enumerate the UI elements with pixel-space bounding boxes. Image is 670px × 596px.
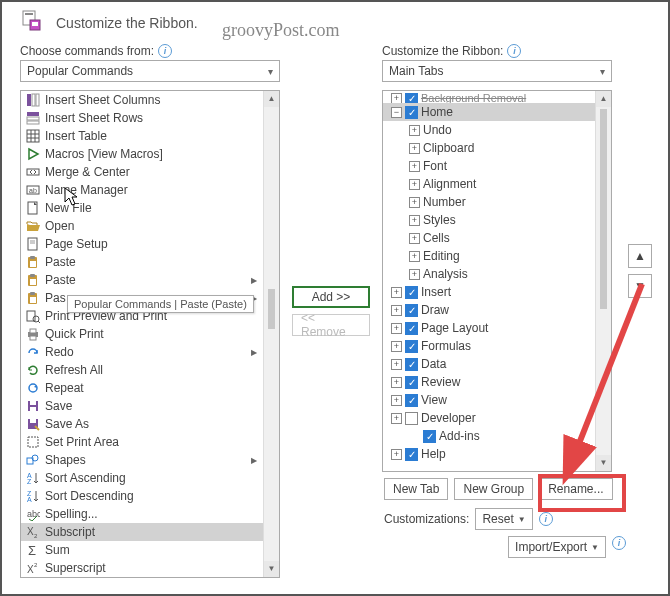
expand-icon[interactable]: + (409, 215, 420, 226)
command-item[interactable]: Paste (21, 253, 263, 271)
command-item[interactable]: Save As (21, 415, 263, 433)
customize-ribbon-combo[interactable]: Main Tabs ▾ (382, 60, 612, 82)
tree-node[interactable]: ✓Add-ins (383, 427, 595, 445)
tree-node[interactable]: +Cells (383, 229, 595, 247)
checkbox[interactable]: ✓ (405, 304, 418, 317)
command-item[interactable]: Open (21, 217, 263, 235)
scrollbar[interactable]: ▲ ▼ (595, 91, 611, 471)
expand-icon[interactable]: + (391, 323, 402, 334)
command-item[interactable]: New File (21, 199, 263, 217)
info-icon[interactable]: i (158, 44, 172, 58)
tree-node[interactable]: −✓Home (383, 103, 595, 121)
tree-node[interactable]: +✓Review (383, 373, 595, 391)
move-up-button[interactable]: ▲ (628, 244, 652, 268)
command-item[interactable]: X2Superscript (21, 559, 263, 577)
checkbox[interactable]: ✓ (405, 340, 418, 353)
new-group-button[interactable]: New Group (454, 478, 533, 500)
expand-icon[interactable]: + (391, 449, 402, 460)
expand-icon[interactable]: + (391, 377, 402, 388)
command-item[interactable]: Save (21, 397, 263, 415)
info-icon[interactable]: i (539, 512, 553, 526)
checkbox[interactable]: ✓ (405, 448, 418, 461)
tree-node[interactable]: +✓Insert (383, 283, 595, 301)
command-item[interactable]: ΣSum (21, 541, 263, 559)
checkbox[interactable]: ✓ (405, 358, 418, 371)
command-item[interactable]: Repeat (21, 379, 263, 397)
checkbox[interactable]: ✓ (405, 376, 418, 389)
scroll-down-icon[interactable]: ▼ (264, 561, 279, 577)
reset-dropdown[interactable]: Reset▼ (475, 508, 532, 530)
command-item[interactable]: Redo▶ (21, 343, 263, 361)
add-button[interactable]: Add >> (292, 286, 370, 308)
expand-icon[interactable]: + (409, 143, 420, 154)
expand-icon[interactable]: + (391, 359, 402, 370)
commands-listbox[interactable]: Insert Sheet ColumnsInsert Sheet RowsIns… (20, 90, 280, 578)
command-item[interactable]: X2Subscript (21, 523, 263, 541)
info-icon[interactable]: i (612, 536, 626, 550)
command-item[interactable]: Quick Print (21, 325, 263, 343)
tree-node[interactable]: +Analysis (383, 265, 595, 283)
chevron-down-icon: ▼ (591, 543, 599, 552)
import-export-dropdown[interactable]: Import/Export▼ (508, 536, 606, 558)
tree-node[interactable]: +✓Data (383, 355, 595, 373)
expand-icon[interactable]: + (409, 125, 420, 136)
ribbon-tree[interactable]: +✓Background Removal−✓Home+Undo+Clipboar… (382, 90, 612, 472)
checkbox[interactable]: ✓ (405, 394, 418, 407)
command-item[interactable]: AZSort Ascending (21, 469, 263, 487)
tree-node[interactable]: +✓Background Removal (383, 93, 595, 103)
expand-icon[interactable]: + (391, 341, 402, 352)
tree-node[interactable]: +Undo (383, 121, 595, 139)
command-item[interactable]: Refresh All (21, 361, 263, 379)
command-item[interactable]: Merge & Center (21, 163, 263, 181)
checkbox[interactable]: ✓ (423, 430, 436, 443)
checkbox[interactable]: ✓ (405, 322, 418, 335)
rename-button[interactable]: Rename... (539, 478, 612, 500)
new-tab-button[interactable]: New Tab (384, 478, 448, 500)
expand-icon[interactable]: + (409, 161, 420, 172)
expand-icon[interactable]: + (391, 395, 402, 406)
expand-icon[interactable]: + (409, 179, 420, 190)
tree-node[interactable]: +✓Draw (383, 301, 595, 319)
tree-node[interactable]: +Font (383, 157, 595, 175)
tree-node[interactable]: +Clipboard (383, 139, 595, 157)
tree-node[interactable]: +Alignment (383, 175, 595, 193)
tree-node[interactable]: +Developer (383, 409, 595, 427)
tree-node[interactable]: +Editing (383, 247, 595, 265)
scrollbar[interactable]: ▲ ▼ (263, 91, 279, 577)
expand-icon[interactable]: + (409, 197, 420, 208)
checkbox[interactable]: ✓ (405, 106, 418, 119)
command-item[interactable]: abcSpelling... (21, 505, 263, 523)
command-item[interactable]: Paste▶ (21, 271, 263, 289)
expand-icon[interactable]: + (409, 251, 420, 262)
command-item[interactable]: Macros [View Macros] (21, 145, 263, 163)
command-item[interactable]: Set Print Area (21, 433, 263, 451)
tree-node[interactable]: +Number (383, 193, 595, 211)
command-item[interactable]: Insert Sheet Columns (21, 91, 263, 109)
choose-commands-combo[interactable]: Popular Commands ▾ (20, 60, 280, 82)
tree-node[interactable]: +✓Help (383, 445, 595, 463)
expand-icon[interactable]: + (409, 233, 420, 244)
scroll-down-icon[interactable]: ▼ (596, 455, 611, 471)
tree-node[interactable]: +Styles (383, 211, 595, 229)
checkbox[interactable] (405, 412, 418, 425)
expand-icon[interactable]: + (391, 413, 402, 424)
expand-icon[interactable]: + (391, 287, 402, 298)
tree-node[interactable]: +✓Page Layout (383, 319, 595, 337)
expand-icon[interactable]: + (391, 305, 402, 316)
tree-node[interactable]: +✓Formulas (383, 337, 595, 355)
expand-icon[interactable]: + (409, 269, 420, 280)
command-item[interactable]: Page Setup (21, 235, 263, 253)
info-icon[interactable]: i (507, 44, 521, 58)
tree-label: Draw (421, 303, 449, 317)
command-item[interactable]: Insert Table (21, 127, 263, 145)
move-down-button[interactable]: ▼ (628, 274, 652, 298)
checkbox[interactable]: ✓ (405, 286, 418, 299)
command-item[interactable]: Shapes▶ (21, 451, 263, 469)
collapse-icon[interactable]: − (391, 107, 402, 118)
command-item[interactable]: Insert Sheet Rows (21, 109, 263, 127)
tree-node[interactable]: +✓View (383, 391, 595, 409)
command-item[interactable]: ZASort Descending (21, 487, 263, 505)
scroll-up-icon[interactable]: ▲ (264, 91, 279, 107)
command-item[interactable]: abName Manager (21, 181, 263, 199)
scroll-up-icon[interactable]: ▲ (596, 91, 611, 107)
